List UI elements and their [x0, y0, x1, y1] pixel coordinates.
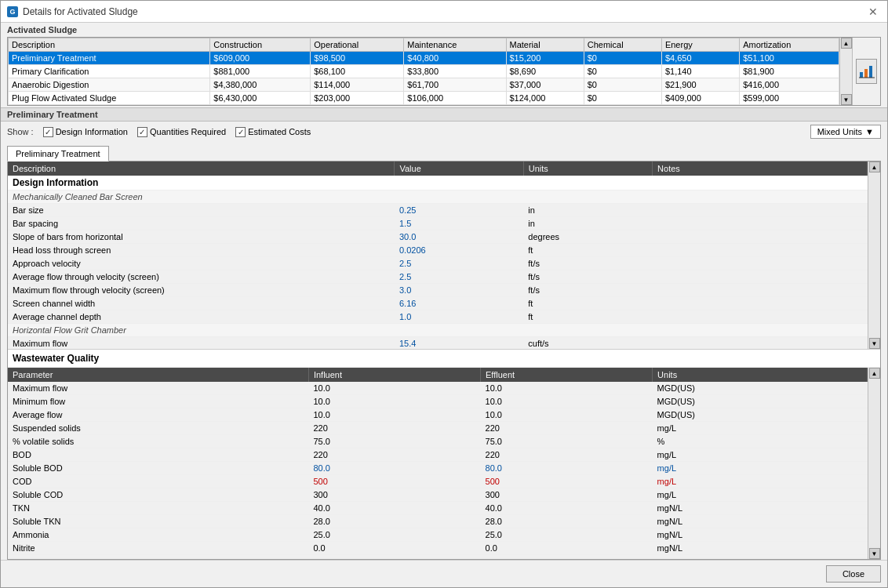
cost-cell: $61,700: [404, 78, 506, 92]
design-cell: ft/s: [523, 270, 652, 284]
design-cell: [653, 297, 868, 310]
design-cell: [653, 284, 868, 297]
chart-button[interactable]: [856, 59, 877, 84]
activated-sludge-label: Activated Sludge: [1, 23, 887, 37]
design-cell: ft/s: [523, 257, 652, 270]
quantities-checkbox[interactable]: ✓: [137, 127, 147, 137]
tab-preliminary-treatment[interactable]: Preliminary Treatment: [7, 146, 109, 162]
cost-cell: Preliminary Treatment: [9, 52, 210, 65]
cost-table-row[interactable]: Anaerobic Digestion$4,380,000$114,000$61…: [9, 78, 839, 92]
wastewater-cell: mg/L: [653, 448, 868, 462]
wastewater-row: % volatile solids75.075.0%: [8, 435, 868, 448]
design-cell: Slope of bars from horizontal: [8, 230, 395, 244]
wastewater-cell: 300: [481, 488, 653, 502]
design-info-label: Design Information: [56, 127, 128, 136]
design-table-header-row: Description Value Units Notes: [8, 162, 868, 176]
design-table-row: Maximum flow15.4cuft/s: [8, 337, 868, 350]
cost-cell: $4,380,000: [210, 78, 311, 92]
design-section-header: Design Information: [8, 176, 868, 191]
cost-cell: $81,900: [740, 65, 839, 78]
wastewater-cell: 10.0: [308, 382, 480, 395]
cost-cell: $124,000: [506, 92, 584, 105]
ww-scroll-up[interactable]: ▲: [869, 368, 880, 379]
chevron-down-icon: ▼: [865, 127, 874, 136]
cost-cell: $68,100: [311, 65, 404, 78]
cost-table-row[interactable]: Plug Flow Activated Sludge$6,430,000$203…: [9, 92, 839, 105]
col-amortization: Amortization: [740, 38, 839, 52]
wastewater-cell: Soluble BOD: [8, 462, 308, 475]
ww-scroll-down[interactable]: ▼: [869, 548, 880, 559]
wastewater-cell: 0.0: [308, 542, 480, 555]
close-button[interactable]: Close: [826, 565, 881, 583]
cost-cell: $114,000: [311, 78, 404, 92]
cost-cell: $33,800: [404, 65, 506, 78]
scroll-up-btn[interactable]: ▲: [841, 38, 852, 49]
wastewater-row: TKN40.040.0mgN/L: [8, 502, 868, 515]
checkbox-design-info[interactable]: ✓ Design Information: [43, 127, 128, 137]
est-costs-label: Estimated Costs: [248, 127, 311, 136]
wastewater-cell: Maximum flow: [8, 382, 308, 395]
design-scrollbar[interactable]: ▲ ▼: [868, 162, 880, 349]
wastewater-row: Maximum flow10.010.0MGD(US): [8, 382, 868, 395]
wastewater-cell: 500: [481, 475, 653, 488]
ww-col-units: Units: [653, 368, 868, 382]
wastewater-row: BOD220220mg/L: [8, 448, 868, 462]
design-cell: Bar size: [8, 204, 395, 217]
design-cell: [653, 244, 868, 257]
wastewater-cell: 220: [308, 422, 480, 435]
design-table-container: Description Value Units Notes Design Inf…: [8, 162, 880, 350]
design-cell: ft/s: [523, 284, 652, 297]
wastewater-row: Soluble TKN28.028.0mgN/L: [8, 515, 868, 528]
svg-rect-2: [869, 66, 872, 78]
wastewater-row: Soluble COD300300mg/L: [8, 488, 868, 502]
design-scroll-up[interactable]: ▲: [869, 162, 880, 172]
window-title: Details for Activated Sludge: [23, 6, 138, 17]
wastewater-cell: TKN: [8, 502, 308, 515]
design-cell: Head loss through screen: [8, 244, 395, 257]
design-scroll-track: [869, 172, 880, 338]
chart-btn-area: [852, 38, 880, 105]
svg-rect-0: [860, 72, 863, 78]
cost-table-header: Description Construction Operational Mai…: [9, 38, 839, 52]
design-cell: 1.5: [395, 217, 523, 230]
mixed-units-button[interactable]: Mixed Units ▼: [810, 125, 881, 139]
design-subsection-header: Mechanically Cleaned Bar Screen: [8, 191, 868, 204]
scroll-down-btn[interactable]: ▼: [841, 94, 852, 105]
design-table-scroll[interactable]: Description Value Units Notes Design Inf…: [8, 162, 868, 349]
wastewater-row: Minimum flow10.010.0MGD(US): [8, 395, 868, 408]
design-cell: 1.0: [395, 310, 523, 324]
wastewater-cell: 10.0: [481, 382, 653, 395]
wastewater-row: COD500500mg/L: [8, 475, 868, 488]
design-scroll-down[interactable]: ▼: [869, 338, 880, 349]
wastewater-cell: 75.0: [308, 435, 480, 448]
wastewater-cell: % volatile solids: [8, 435, 308, 448]
tab-bar: Preliminary Treatment: [1, 142, 887, 161]
wastewater-cell: mgN/L: [653, 542, 868, 555]
design-cell: 6.16: [395, 297, 523, 310]
ww-scrollbar[interactable]: ▲ ▼: [868, 368, 880, 559]
design-cell: Average channel depth: [8, 310, 395, 324]
design-cell: degrees: [523, 230, 652, 244]
cost-cell: $0: [584, 92, 661, 105]
design-table-row: Approach velocity2.5ft/s: [8, 257, 868, 270]
cost-cell: $106,000: [404, 92, 506, 105]
design-cell: [653, 257, 868, 270]
top-scrollbar[interactable]: ▲ ▼: [839, 38, 852, 105]
checkbox-est-costs[interactable]: ✓ Estimated Costs: [235, 127, 311, 137]
design-cell: [653, 337, 868, 350]
cost-table-row[interactable]: Primary Clarification$881,000$68,100$33,…: [9, 65, 839, 78]
est-costs-checkbox[interactable]: ✓: [235, 127, 246, 137]
cost-table-row[interactable]: Preliminary Treatment$609,000$98,500$40,…: [9, 52, 839, 65]
wastewater-cell: Suspended solids: [8, 422, 308, 435]
show-bar: Show : ✓ Design Information ✓ Quantities…: [1, 122, 887, 142]
design-info-checkbox[interactable]: ✓: [43, 127, 53, 137]
cost-cell: $409,000: [661, 92, 739, 105]
cost-cell: $40,800: [404, 52, 506, 65]
wastewater-scroll[interactable]: Parameter Influent Effluent Units Maximu…: [8, 368, 868, 559]
wastewater-cell: 10.0: [481, 395, 653, 408]
design-table-row: Bar spacing1.5in: [8, 217, 868, 230]
checkbox-quantities[interactable]: ✓ Quantities Required: [137, 127, 226, 137]
design-cell: Bar spacing: [8, 217, 395, 230]
window-close-button[interactable]: ✕: [865, 4, 881, 20]
cost-cell: $609,000: [210, 52, 311, 65]
